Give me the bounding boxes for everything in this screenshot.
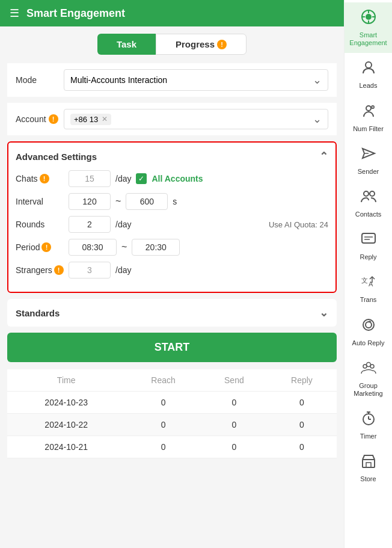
cell-date: 2024-10-21 [7, 436, 125, 458]
period-end-input[interactable] [132, 239, 180, 256]
advanced-settings-header[interactable]: Advanced Settings ⌃ [16, 150, 328, 163]
account-tag: +86 13 ✕ [70, 114, 111, 125]
progress-info-icon: ! [217, 40, 227, 49]
contacts-icon [360, 188, 377, 208]
account-row: Account ! +86 13 ✕ ⌄ [7, 103, 337, 135]
svg-point-1 [366, 14, 372, 20]
svg-point-19 [363, 319, 374, 330]
sender-icon [360, 145, 377, 165]
account-value: +86 13 [74, 115, 98, 124]
chevron-up-icon: ⌃ [319, 150, 328, 163]
sidebar-label-contacts: Contacts [355, 211, 381, 218]
cell-date: 2024-10-23 [7, 392, 125, 414]
sidebar-item-auto-reply[interactable]: Auto Reply [345, 310, 392, 353]
num-filter-icon [360, 102, 377, 123]
all-accounts-checkbox[interactable]: ✓ [136, 173, 147, 184]
sidebar-item-contacts[interactable]: Contacts [345, 182, 392, 224]
chats-row: Chats ! /day ✓ All Accounts [16, 170, 328, 187]
svg-point-11 [364, 191, 369, 196]
col-reply: Reply [267, 369, 337, 392]
svg-rect-29 [363, 460, 375, 467]
cell-send: 0 [201, 392, 267, 414]
svg-text:文: 文 [361, 277, 368, 284]
sidebar-item-reply[interactable]: Reply [345, 224, 392, 267]
sidebar-item-num-filter[interactable]: Num Filter [345, 96, 392, 139]
chats-unit: /day [115, 174, 131, 183]
right-sidebar: SmartEngagement Leads Num Filter [344, 0, 392, 548]
strangers-info-icon: ! [54, 265, 64, 275]
leads-icon [360, 59, 377, 79]
ai-quota-label: Use AI Quota: 24 [269, 220, 328, 229]
sidebar-item-sender[interactable]: Sender [345, 139, 392, 182]
chevron-down-icon: ⌄ [313, 73, 322, 87]
header: ☰ Smart Engagement [0, 0, 344, 26]
svg-rect-31 [366, 463, 371, 467]
cell-reply: 0 [267, 414, 337, 436]
rounds-input[interactable] [69, 216, 111, 233]
account-info-icon: ! [49, 114, 58, 124]
cell-reach: 0 [125, 436, 201, 458]
svg-text:A: A [369, 280, 373, 288]
cell-send: 0 [201, 436, 267, 458]
standards-section[interactable]: Standards ⌄ [7, 299, 337, 327]
mode-select[interactable]: Multi-Accounts Interaction ⌄ [64, 69, 328, 91]
table-row: 2024-10-22 0 0 0 [7, 414, 337, 436]
cell-reply: 0 [267, 392, 337, 414]
cell-date: 2024-10-22 [7, 414, 125, 436]
period-tilde: ~ [121, 242, 127, 253]
cell-reach: 0 [125, 414, 201, 436]
content-body: Task Progress ! Mode Multi-Accounts Inte… [0, 26, 344, 548]
standards-label: Standards [16, 308, 60, 318]
interval-min-input[interactable] [69, 193, 111, 210]
store-icon [360, 452, 377, 473]
sidebar-item-timer[interactable]: Timer [345, 404, 392, 446]
svg-point-7 [366, 106, 371, 111]
account-field[interactable]: +86 13 ✕ ⌄ [64, 109, 328, 129]
header-title: Smart Engagement [26, 7, 125, 20]
chats-info-icon: ! [40, 174, 49, 183]
svg-point-6 [366, 62, 372, 68]
svg-point-12 [370, 191, 375, 196]
data-table: Time Reach Send Reply 2024-10-23 0 0 0 2… [7, 369, 337, 458]
col-send: Send [201, 369, 267, 392]
sidebar-item-group-marketing[interactable]: GroupMarketing [345, 353, 392, 404]
sidebar-label-leads: Leads [360, 82, 378, 90]
interval-row: Interval ~ s [16, 193, 328, 210]
sidebar-item-store[interactable]: Store [345, 446, 392, 489]
sidebar-item-leads[interactable]: Leads [345, 53, 392, 96]
interval-label: Interval [16, 197, 64, 206]
col-time: Time [7, 369, 125, 392]
trans-icon: 文 A [360, 273, 377, 294]
tab-bar: Task Progress ! [7, 34, 337, 55]
period-start-input[interactable] [69, 239, 117, 256]
standards-chevron-icon: ⌄ [319, 306, 328, 319]
group-marketing-icon [360, 359, 377, 380]
strangers-input[interactable] [69, 262, 111, 279]
mode-label: Mode [16, 75, 64, 85]
interval-tilde: ~ [115, 196, 121, 207]
task-tab[interactable]: Task [97, 34, 156, 55]
col-reach: Reach [125, 369, 201, 392]
timer-icon [360, 410, 377, 430]
mode-control[interactable]: Multi-Accounts Interaction ⌄ [64, 69, 328, 91]
mode-row: Mode Multi-Accounts Interaction ⌄ [7, 63, 337, 97]
smart-engagement-icon [360, 8, 377, 29]
chats-input[interactable] [69, 170, 111, 187]
strangers-unit: /day [115, 265, 131, 275]
sidebar-item-smart-engagement[interactable]: SmartEngagement [345, 2, 392, 53]
menu-icon[interactable]: ☰ [10, 7, 19, 20]
mode-value: Multi-Accounts Interaction [70, 75, 167, 85]
progress-tab[interactable]: Progress ! [156, 34, 247, 55]
sidebar-label-group-marketing: GroupMarketing [354, 382, 382, 398]
sidebar-item-trans[interactable]: 文 A Trans [345, 267, 392, 310]
interval-max-input[interactable] [126, 193, 168, 210]
advanced-settings-title: Advanced Settings [16, 152, 97, 162]
period-row: Period ! ~ [16, 239, 328, 256]
main-content: ☰ Smart Engagement Task Progress ! Mode … [0, 0, 344, 548]
start-button[interactable]: START [7, 333, 337, 362]
account-chevron-down-icon: ⌄ [313, 112, 322, 126]
sidebar-label-timer: Timer [360, 433, 377, 440]
account-tag-close[interactable]: ✕ [102, 115, 108, 123]
period-info-icon: ! [41, 242, 51, 252]
table-row: 2024-10-23 0 0 0 [7, 392, 337, 414]
